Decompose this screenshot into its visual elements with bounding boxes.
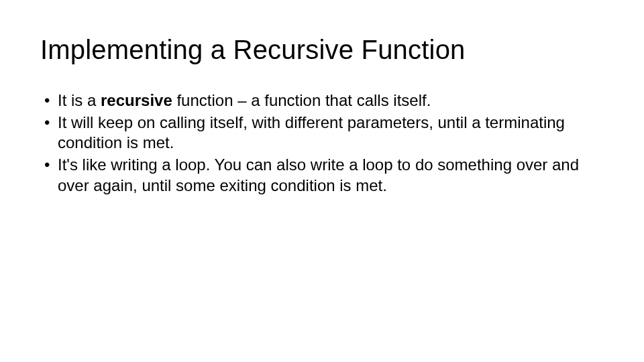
bullet-text-bold: recursive [101, 91, 172, 109]
slide-title: Implementing a Recursive Function [40, 35, 604, 65]
bullet-list: It is a recursive function – a function … [40, 90, 604, 196]
bullet-text: It's like writing a loop. You can also w… [58, 156, 579, 194]
bullet-item: It is a recursive function – a function … [40, 90, 604, 111]
bullet-text-pre: It is a [58, 91, 101, 109]
slide: Implementing a Recursive Function It is … [0, 0, 644, 362]
bullet-text-post: function – a function that calls itself. [172, 91, 431, 109]
bullet-item: It will keep on calling itself, with dif… [40, 113, 604, 154]
bullet-text: It will keep on calling itself, with dif… [58, 113, 565, 152]
bullet-item: It's like writing a loop. You can also w… [40, 155, 604, 196]
